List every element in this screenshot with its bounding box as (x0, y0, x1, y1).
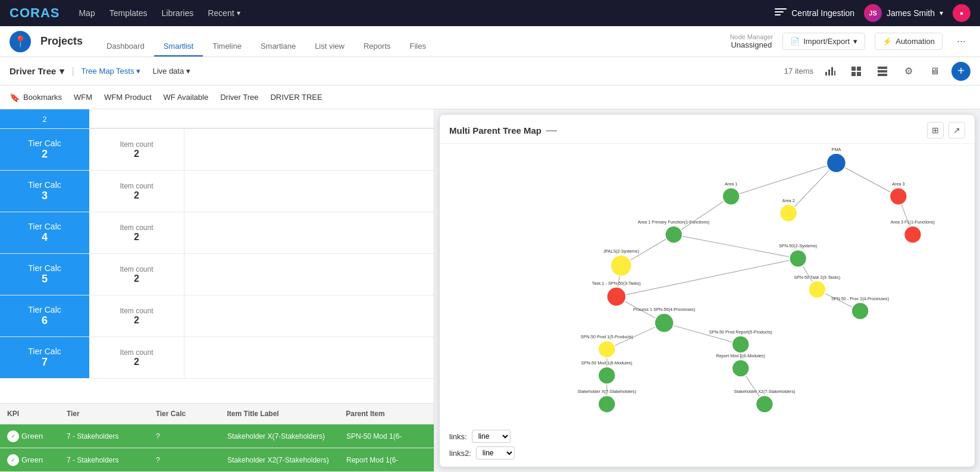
bookmark-driver-tree[interactable]: Driver Tree (220, 93, 258, 102)
th-tier: Tier (60, 410, 149, 418)
chart-icon-button[interactable] (821, 62, 840, 81)
tier-row-6: Tier Calc 6 Item count 2 (0, 295, 434, 337)
tree-node-stakeholderx2[interactable]: Stakeholder X2(7-Stakeholders) (734, 389, 796, 413)
tab-reports[interactable]: Reports (354, 37, 400, 56)
live-data-button[interactable]: Live data ▾ (152, 67, 190, 75)
svg-point-37 (665, 226, 682, 243)
dr-kpi-2: ✓ Green (0, 454, 60, 466)
tier-row-5: Tier Calc 5 Item count 2 (0, 254, 434, 295)
dr-tiercalc-1: ? (149, 432, 220, 440)
svg-point-61 (598, 395, 615, 413)
tab-listview[interactable]: List view (305, 37, 354, 56)
tab-smartlane[interactable]: Smartlane (251, 37, 305, 56)
notifications-icon[interactable]: ● (953, 4, 970, 22)
links-select[interactable]: line curve arrow (472, 430, 511, 443)
tree-node-stakeholderx[interactable]: Stakeholder X(7-Stakeholders) (577, 389, 636, 413)
dr-tiercalc-2: ? (149, 456, 220, 464)
svg-text:SPN-50 Mod 1(6-Modules): SPN-50 Mod 1(6-Modules) (581, 360, 633, 366)
main-toolbar: Driver Tree ▾ | Tree Map Tests ▾ Live da… (0, 57, 980, 86)
bookmark-driver-tree-caps[interactable]: DRIVER TREE (270, 93, 322, 102)
nav-recent[interactable]: Recent ▾ (208, 8, 240, 18)
nav-templates[interactable]: Templates (109, 8, 148, 18)
data-row-1[interactable]: ✓ Green 7 - Stakeholders ? Stakeholder X… (0, 424, 434, 448)
table-header: KPI Tier Tier Calc Item Title Label Pare… (0, 403, 434, 424)
svg-rect-9 (878, 70, 887, 73)
nav-map[interactable]: Map (79, 8, 95, 18)
svg-line-14 (674, 196, 731, 234)
svg-point-41 (610, 255, 631, 276)
svg-text:Area 2: Area 2 (782, 198, 794, 203)
svg-point-47 (809, 281, 826, 298)
tree-node-proc1spn50[interactable]: Process 1 SPN-50(4-Processes) (633, 307, 695, 332)
central-ingestion-button[interactable]: Central Ingestion (775, 8, 854, 18)
tree-node-spn50prodrep[interactable]: SPN-50 Prod Report(5-Products) (709, 329, 772, 353)
tree-node-spn50prod1[interactable]: SPN-50 Prod 1(5-Products) (581, 334, 633, 358)
links2-select[interactable]: line curve arrow (476, 446, 515, 460)
tree-node-area3f1[interactable]: Area 3 F1(1-Functions) (891, 219, 935, 243)
tree-node-reportmod1[interactable]: Report Mod 1(6-Modules) (716, 353, 765, 377)
th-item-title: Item Title Label (220, 410, 339, 418)
tree-map-expand-button[interactable]: ⊞ (927, 122, 944, 139)
tree-map-tests-button[interactable]: Tree Map Tests ▾ (82, 67, 141, 75)
svg-point-51 (851, 303, 869, 320)
fullscreen-button[interactable]: 🖥 (925, 62, 944, 81)
svg-text:Area 1 Primary Function(1-Func: Area 1 Primary Function(1-Functions) (638, 219, 709, 225)
more-options-button[interactable]: ··· (952, 33, 970, 50)
svg-point-57 (598, 367, 615, 384)
tier-cell-3: Tier Calc 3 (0, 171, 89, 212)
card-view-button[interactable] (873, 62, 892, 81)
tier-row-3: Tier Calc 3 Item count 2 (0, 171, 434, 212)
import-export-button[interactable]: 📄 Import/Export ▾ (782, 33, 865, 50)
svg-text:SPN-50 Task 2(3-Tasks): SPN-50 Task 2(3-Tasks) (794, 275, 840, 280)
tree-node-spn50t2[interactable]: SPN-50 Task 2(3-Tasks) (794, 275, 840, 298)
tree-map-svg: PMAArea 1Area 2Area 3Area 1 Primary Func… (440, 144, 975, 430)
svg-point-63 (756, 395, 773, 413)
svg-point-31 (722, 188, 740, 205)
kpi-badge-1: ✓ (7, 430, 19, 442)
tree-node-area3[interactable]: Area 3 (890, 181, 907, 205)
item-count-7: Item count 2 (89, 337, 184, 378)
tree-map-minimize[interactable]: — (546, 124, 557, 137)
nav-libraries[interactable]: Libraries (162, 8, 194, 18)
item-count-5: Item count 2 (89, 254, 184, 295)
tier-row-7: Tier Calc 7 Item count 2 (0, 337, 434, 379)
tree-node-spn50mod1[interactable]: SPN-50 Mod 1(6-Modules) (581, 360, 633, 384)
bookmark-bookmarks[interactable]: 🔖 Bookmarks (10, 93, 62, 102)
project-icon: 📍 (10, 31, 31, 52)
tree-node-spn50sys[interactable]: SPN-50(2-Systems) (779, 243, 817, 267)
user-avatar: JS (864, 4, 882, 22)
svg-text:SPN-50(2-Systems): SPN-50(2-Systems) (779, 243, 817, 248)
user-menu[interactable]: JS James Smith ▾ (864, 4, 943, 22)
tree-node-jpals[interactable]: JPALS(2-Systems) (603, 248, 639, 276)
tree-map-external-button[interactable]: ↗ (948, 122, 965, 139)
driver-tree-button[interactable]: Driver Tree ▾ (10, 66, 64, 77)
automation-button[interactable]: ⚡ Automation (875, 33, 943, 50)
central-ingestion-label: Central Ingestion (791, 8, 854, 18)
grid-view-button[interactable] (847, 62, 866, 81)
bookmark-wfm[interactable]: WFM (74, 93, 92, 102)
tree-node-area2[interactable]: Area 2 (780, 198, 797, 222)
svg-text:Area 3 F1(1-Functions): Area 3 F1(1-Functions) (891, 219, 935, 225)
svg-text:SPN 50 - Proc 2(4-Processes): SPN 50 - Proc 2(4-Processes) (831, 296, 889, 301)
top-navigation: CORAS Map Templates Libraries Recent ▾ C… (0, 0, 980, 26)
tree-map-controls: ⊞ ↗ (927, 122, 965, 139)
svg-point-53 (598, 341, 615, 358)
data-row-2[interactable]: ✓ Green 7 - Stakeholders ? Stakeholder X… (0, 448, 434, 472)
tab-timeline[interactable]: Timeline (203, 37, 251, 56)
settings-button[interactable]: ⚙ (899, 62, 918, 81)
svg-rect-0 (825, 72, 827, 75)
coras-logo[interactable]: CORAS (10, 5, 60, 21)
svg-text:Area 1: Area 1 (725, 181, 737, 187)
bookmark-wfm-product[interactable]: WFM Product (104, 93, 151, 102)
bookmarks-bar: 🔖 Bookmarks WFM WFM Product WF Available… (0, 86, 980, 109)
bookmark-wf-available[interactable]: WF Available (164, 93, 209, 102)
tab-files[interactable]: Files (400, 37, 436, 56)
tier-row-4: Tier Calc 4 Item count 2 (0, 212, 434, 254)
tab-smartlist[interactable]: Smartlist (154, 37, 203, 56)
dr-tier-2: 7 - Stakeholders (60, 456, 149, 464)
tab-dashboard[interactable]: Dashboard (97, 37, 154, 56)
tree-node-spn50proc2[interactable]: SPN 50 - Proc 2(4-Processes) (831, 296, 889, 320)
tree-node-pma[interactable]: PMA (826, 147, 846, 172)
tree-node-area1[interactable]: Area 1 (722, 181, 740, 205)
add-item-button[interactable]: + (951, 62, 970, 81)
